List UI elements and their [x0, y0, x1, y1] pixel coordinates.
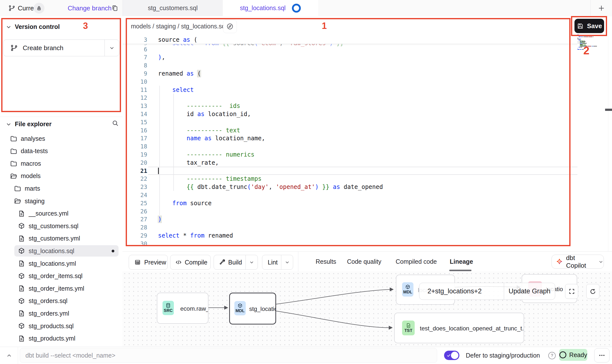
dbt-copilot-button[interactable]: dbt Copilot — [551, 255, 604, 269]
file-tree-item--sources-yml[interactable]: __sources.yml — [0, 207, 122, 220]
code-text: id as location_id, — [158, 111, 251, 118]
file-name: stg_customers.sql — [29, 222, 78, 230]
code-token: 'opened_at' — [276, 183, 315, 190]
cube-icon — [237, 303, 243, 308]
file-tree-item-stg-orders-yml[interactable]: stg_orders.yml — [0, 307, 122, 320]
file-tree-item-marts[interactable]: marts — [0, 182, 122, 195]
code-line-14[interactable]: 14 id as location_id, — [122, 110, 577, 118]
code-token: 'day' — [251, 183, 269, 190]
new-tab-plus-icon[interactable] — [598, 4, 605, 12]
code-line-10[interactable]: 10 — [122, 78, 577, 86]
code-line-13[interactable]: 13 ---------- ids — [122, 102, 577, 110]
copy-icon[interactable] — [111, 4, 119, 12]
file-tree-item-models[interactable]: models — [0, 170, 122, 182]
fullscreen-button[interactable] — [565, 284, 578, 299]
test-file-icon — [406, 323, 411, 328]
code-line-5[interactable]: 5 select * from {{ source('ecom', 'raw_s… — [122, 43, 577, 47]
code-line-19[interactable]: 19 ---------- numerics — [122, 150, 577, 159]
command-input[interactable]: dbt build --select <model_name> — [20, 348, 437, 363]
node-label: test_does_location_opened_at_trunc_t... — [420, 325, 524, 332]
file-tree-item-analyses[interactable]: analyses — [0, 132, 122, 145]
code-line-11[interactable]: 11 select — [122, 86, 577, 94]
code-token: date_opened — [340, 183, 383, 190]
toggle-knob — [451, 352, 458, 359]
code-line-27[interactable]: 27) — [122, 215, 577, 223]
file-tree-item-stg-products-sql[interactable]: stg_products.sql — [0, 320, 122, 332]
node-ecom-raw-stores[interactable]: SRC ecom.raw_stores — [157, 293, 208, 324]
help-icon[interactable]: ? — [548, 352, 556, 359]
create-branch-dropdown[interactable] — [104, 40, 119, 56]
file-tree-item-stg-customers-sql[interactable]: stg_customers.sql — [0, 220, 122, 232]
file-tree-item-macros[interactable]: macros — [0, 157, 122, 170]
build-dropdown[interactable] — [245, 255, 258, 269]
code-line-28[interactable]: 28 — [122, 223, 577, 232]
model-cube-icon — [18, 247, 25, 255]
lineage-selector-input[interactable]: 2+stg_locations+2 — [428, 287, 504, 295]
code-line-29[interactable]: 29select * from renamed — [122, 231, 577, 240]
minimap-line — [577, 50, 603, 50]
view-lineage-button[interactable] — [223, 20, 237, 33]
code-line-23[interactable]: 23 {{ dbt.date_trunc('day', 'opened_at')… — [122, 183, 577, 191]
scrollbar-thumb[interactable] — [605, 109, 612, 111]
save-button[interactable]: Save — [574, 19, 604, 33]
file-tree-item-stg-products-yml[interactable]: stg_products.yml — [0, 332, 122, 345]
code-line-9[interactable]: 9renamed as ( — [122, 69, 577, 78]
file-tree-item-stg-order-items-yml[interactable]: stg_order_items.yml — [0, 282, 122, 295]
file-tree-item-stg-locations-sql[interactable]: stg_locations.sql — [0, 245, 122, 257]
change-branch-link[interactable]: Change branch — [68, 4, 112, 12]
more-options-button[interactable] — [594, 348, 610, 363]
chevron-up-icon[interactable] — [6, 352, 12, 359]
code-line-20[interactable]: 20 tax_rate, — [122, 159, 577, 167]
code-line-22[interactable]: 22 ---------- timestamps — [122, 175, 577, 183]
lint-button[interactable]: Lint — [262, 255, 293, 270]
code-line-25[interactable]: 25 from source — [122, 199, 577, 207]
code-line-17[interactable]: 17 name as location_name, — [122, 134, 577, 142]
tab-stg-locations[interactable]: stg_locations.sql — [223, 0, 318, 16]
chevron-down-icon[interactable] — [5, 121, 12, 127]
code-line-26[interactable]: 26 — [122, 207, 577, 215]
code-line-30[interactable]: 30 — [122, 240, 577, 248]
preview-button[interactable]: Preview — [129, 255, 168, 270]
file-tree-item-staging[interactable]: staging — [0, 195, 122, 207]
tab-stg-customers[interactable]: stg_customers.sql — [122, 0, 223, 16]
build-button[interactable]: Build — [214, 255, 258, 270]
code-token: ( — [197, 70, 201, 77]
code-line-21[interactable]: 21 — [122, 167, 577, 175]
chevron-down-icon[interactable] — [5, 24, 12, 30]
code-line-7[interactable]: 7), — [122, 53, 577, 61]
copilot-sparkle-icon — [556, 258, 563, 265]
code-line-15[interactable]: 15 — [122, 118, 577, 126]
search-icon[interactable] — [112, 120, 119, 127]
file-tree-item-stg-orders-sql[interactable]: stg_orders.sql — [0, 295, 122, 307]
badge-label: TST — [404, 328, 412, 333]
lineage-graph[interactable]: SRC ecom.raw_stores MDL stg_locations MD… — [122, 271, 612, 347]
minimap[interactable] — [577, 35, 603, 52]
tab-lineage[interactable]: Lineage — [450, 252, 473, 271]
defer-toggle[interactable] — [444, 351, 459, 360]
tab-compiled-code[interactable]: Compiled code — [396, 252, 437, 271]
file-tree-item-stg-customers-yml[interactable]: stg_customers.yml — [0, 232, 122, 245]
file-tree-item-data-tests[interactable]: data-tests — [0, 145, 122, 157]
lint-dropdown[interactable] — [281, 255, 293, 269]
file-text-icon — [18, 235, 25, 242]
code-line-12[interactable]: 12 — [122, 94, 577, 102]
node-test[interactable]: TST test_does_location_opened_at_trunc_t… — [394, 313, 524, 343]
code-editor[interactable]: 67),89renamed as (1011 select1213 ------… — [122, 36, 577, 251]
code-line-3[interactable]: 3source as ( — [122, 36, 577, 44]
folder-icon — [14, 185, 21, 192]
tab-code-quality[interactable]: Code quality — [347, 252, 381, 271]
code-line-18[interactable]: 18 — [122, 142, 577, 151]
node-stg-locations[interactable]: MDL stg_locations — [229, 293, 276, 324]
refresh-button[interactable] — [586, 284, 599, 299]
create-branch-button[interactable]: Create branch — [3, 40, 119, 56]
code-line-16[interactable]: 16 ---------- text — [122, 126, 577, 134]
file-tree-item-stg-order-items-sql[interactable]: stg_order_items.sql — [0, 270, 122, 282]
compile-button[interactable]: Compile — [170, 255, 211, 270]
code-line-8[interactable]: 8 — [122, 61, 577, 70]
code-line-24[interactable]: 24 — [122, 191, 577, 199]
file-tree-item-stg-locations-yml[interactable]: stg_locations.yml — [0, 257, 122, 270]
code-token: from — [190, 232, 204, 239]
code-text: ---------- ids — [158, 102, 240, 109]
update-graph-button[interactable]: Update Graph — [504, 287, 555, 295]
tab-results[interactable]: Results — [316, 252, 336, 271]
